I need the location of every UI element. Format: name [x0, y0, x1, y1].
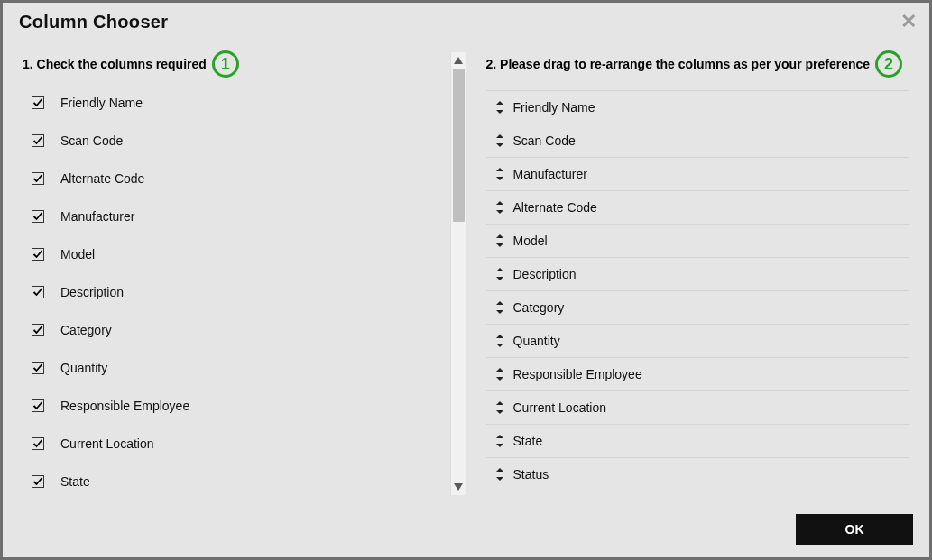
drag-handle-icon[interactable]	[495, 335, 504, 347]
drag-handle-icon[interactable]	[495, 401, 504, 414]
column-reorder-label: Scan Code	[513, 133, 576, 148]
column-checklist: Friendly NameScan CodeAlternate CodeManu…	[23, 90, 457, 498]
column-check-label: Quantity	[60, 361, 107, 375]
column-check-item: Alternate Code	[32, 171, 457, 186]
column-reorder-label: Category	[513, 300, 565, 315]
column-check-item: Description	[32, 285, 457, 299]
column-reorder-label: Current Location	[513, 400, 607, 415]
drag-handle-icon[interactable]	[495, 268, 504, 280]
scroll-down-icon[interactable]	[451, 479, 466, 495]
drag-handle-icon[interactable]	[495, 134, 504, 147]
column-reorder-item[interactable]: Quantity	[486, 325, 910, 358]
column-check-label: Friendly Name	[60, 96, 143, 110]
panel-reorder-columns: 2. Please drag to re-arrange the columns…	[466, 43, 930, 504]
drag-handle-icon[interactable]	[495, 101, 504, 114]
column-check-item: Scan Code	[32, 133, 457, 148]
column-checkbox[interactable]	[32, 210, 44, 223]
right-heading-row: 2. Please drag to re-arrange the columns…	[486, 50, 910, 78]
column-check-item: Category	[32, 323, 457, 337]
column-check-item: Responsible Employee	[32, 399, 457, 413]
column-check-item: Quantity	[32, 361, 457, 375]
column-reorder-label: Status	[513, 467, 549, 482]
column-check-label: Alternate Code	[60, 171, 144, 186]
column-checkbox[interactable]	[32, 248, 44, 261]
scroll-thumb[interactable]	[453, 69, 465, 222]
right-heading: 2. Please drag to re-arrange the columns…	[486, 57, 871, 71]
dialog-title: Column Chooser	[19, 12, 168, 32]
callout-badge-1: 1	[212, 50, 239, 78]
column-reorder-item[interactable]: Model	[486, 225, 910, 258]
scroll-up-icon[interactable]	[451, 52, 466, 69]
column-reorder-label: Friendly Name	[513, 100, 595, 115]
column-reorder-item[interactable]: Category	[486, 291, 910, 325]
callout-badge-2: 2	[875, 50, 902, 78]
column-check-label: State	[60, 474, 90, 489]
close-icon[interactable]: ✕	[900, 12, 917, 32]
column-check-item: Model	[32, 247, 457, 262]
column-reorder-item[interactable]: Scan Code	[486, 124, 910, 158]
column-checkbox[interactable]	[32, 362, 44, 374]
column-reorder-item[interactable]: State	[486, 425, 910, 458]
drag-handle-icon[interactable]	[495, 168, 504, 180]
drag-handle-icon[interactable]	[495, 368, 504, 381]
drag-handle-icon[interactable]	[495, 435, 504, 447]
column-reorder-label: State	[513, 434, 543, 448]
column-reorder-item[interactable]: Status	[486, 458, 910, 491]
column-checkbox[interactable]	[32, 172, 44, 185]
column-reorder-label: Alternate Code	[513, 200, 597, 215]
column-reorder-item[interactable]: Manufacturer	[486, 158, 910, 191]
column-reorder-item[interactable]: Alternate Code	[486, 191, 910, 225]
column-checkbox[interactable]	[32, 437, 44, 450]
column-check-label: Manufacturer	[60, 209, 134, 224]
column-checkbox[interactable]	[32, 134, 44, 147]
column-reorder-label: Responsible Employee	[513, 367, 642, 381]
dialog-body: 1. Check the columns required 1 Friendly…	[3, 38, 929, 504]
column-check-label: Scan Code	[60, 133, 123, 148]
drag-handle-icon[interactable]	[495, 301, 504, 314]
column-checkbox[interactable]	[32, 96, 44, 109]
column-check-label: Responsible Employee	[60, 399, 189, 413]
column-check-label: Model	[60, 247, 95, 262]
column-reorder-item[interactable]: Description	[486, 258, 910, 291]
column-check-item: Manufacturer	[32, 209, 457, 224]
column-check-label: Current Location	[60, 436, 154, 451]
column-reorder-label: Manufacturer	[513, 167, 587, 181]
column-reorder-item[interactable]: Responsible Employee	[486, 358, 910, 391]
column-checkbox[interactable]	[32, 475, 44, 488]
column-chooser-dialog: Column Chooser ✕ 1. Check the columns re…	[0, 0, 932, 560]
drag-handle-icon[interactable]	[495, 201, 504, 214]
panel-select-columns: 1. Check the columns required 1 Friendly…	[3, 43, 466, 504]
column-reorder-item[interactable]: Friendly Name	[486, 91, 910, 124]
drag-handle-icon[interactable]	[495, 468, 504, 481]
scroll-track[interactable]	[451, 69, 466, 479]
ok-button[interactable]: OK	[796, 514, 913, 545]
column-checkbox[interactable]	[32, 324, 44, 336]
column-check-label: Category	[60, 323, 112, 337]
column-check-label: Description	[60, 285, 124, 299]
left-heading: 1. Check the columns required	[23, 57, 207, 71]
column-check-item: Current Location	[32, 436, 457, 451]
column-reorder-label: Description	[513, 267, 577, 281]
column-checkbox[interactable]	[32, 399, 44, 412]
column-check-item: State	[32, 474, 457, 489]
left-scrollbar[interactable]	[450, 52, 466, 495]
column-reorder-label: Model	[513, 234, 548, 248]
drag-handle-icon[interactable]	[495, 234, 504, 247]
dialog-header: Column Chooser	[3, 3, 929, 38]
left-heading-row: 1. Check the columns required 1	[23, 50, 457, 78]
column-check-item: Friendly Name	[32, 96, 457, 110]
column-reorder-list: Friendly NameScan CodeManufacturerAltern…	[486, 90, 910, 491]
column-checkbox[interactable]	[32, 286, 44, 298]
dialog-footer: OK	[3, 504, 929, 557]
column-reorder-item[interactable]: Current Location	[486, 391, 910, 425]
column-reorder-label: Quantity	[513, 334, 560, 348]
